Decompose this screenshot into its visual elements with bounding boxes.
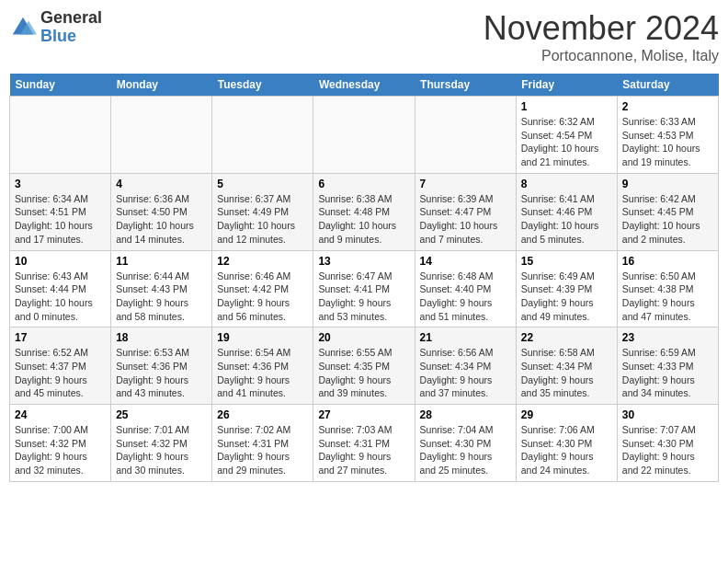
- calendar-cell: 25Sunrise: 7:01 AMSunset: 4:32 PMDayligh…: [111, 405, 212, 482]
- day-header-friday: Friday: [516, 74, 617, 97]
- day-number: 24: [15, 408, 106, 421]
- day-number: 3: [15, 178, 106, 190]
- calendar-cell: 7Sunrise: 6:39 AMSunset: 4:47 PMDaylight…: [415, 173, 516, 250]
- calendar-cell: 18Sunrise: 6:53 AMSunset: 4:36 PMDayligh…: [111, 327, 212, 405]
- day-number: 16: [622, 255, 713, 268]
- logo-text: General Blue: [40, 9, 102, 46]
- calendar-cell: 11Sunrise: 6:44 AMSunset: 4:43 PMDayligh…: [111, 250, 212, 327]
- calendar-cell: 10Sunrise: 6:43 AMSunset: 4:44 PMDayligh…: [10, 250, 111, 327]
- day-header-sunday: Sunday: [10, 74, 111, 97]
- calendar-body: 1Sunrise: 6:32 AMSunset: 4:54 PMDaylight…: [10, 97, 719, 482]
- day-info: Sunrise: 6:38 AMSunset: 4:48 PMDaylight:…: [318, 192, 409, 247]
- calendar-cell: 8Sunrise: 6:41 AMSunset: 4:46 PMDaylight…: [516, 173, 617, 250]
- day-info: Sunrise: 6:33 AMSunset: 4:53 PMDaylight:…: [622, 115, 713, 169]
- day-info: Sunrise: 7:02 AMSunset: 4:31 PMDaylight:…: [217, 423, 308, 477]
- day-number: 26: [217, 408, 308, 421]
- day-info: Sunrise: 6:47 AMSunset: 4:41 PMDaylight:…: [318, 270, 409, 324]
- calendar-cell: [415, 97, 516, 174]
- day-number: 8: [521, 178, 612, 190]
- calendar-cell: 17Sunrise: 6:52 AMSunset: 4:37 PMDayligh…: [10, 327, 111, 405]
- day-info: Sunrise: 6:49 AMSunset: 4:39 PMDaylight:…: [521, 270, 612, 324]
- day-header-saturday: Saturday: [617, 74, 718, 97]
- day-number: 17: [15, 331, 106, 344]
- calendar-cell: 29Sunrise: 7:06 AMSunset: 4:30 PMDayligh…: [516, 405, 617, 482]
- calendar-cell: 24Sunrise: 7:00 AMSunset: 4:32 PMDayligh…: [10, 405, 111, 482]
- calendar-cell: 19Sunrise: 6:54 AMSunset: 4:36 PMDayligh…: [212, 327, 313, 405]
- day-number: 1: [521, 100, 612, 113]
- day-info: Sunrise: 6:46 AMSunset: 4:42 PMDaylight:…: [217, 270, 308, 324]
- logo-general: General: [40, 8, 102, 27]
- calendar-week-5: 24Sunrise: 7:00 AMSunset: 4:32 PMDayligh…: [10, 405, 719, 482]
- calendar-header-row: SundayMondayTuesdayWednesdayThursdayFrid…: [10, 74, 719, 97]
- calendar-cell: 2Sunrise: 6:33 AMSunset: 4:53 PMDaylight…: [617, 97, 718, 174]
- calendar-cell: 14Sunrise: 6:48 AMSunset: 4:40 PMDayligh…: [415, 250, 516, 327]
- calendar-cell: 28Sunrise: 7:04 AMSunset: 4:30 PMDayligh…: [415, 405, 516, 482]
- day-info: Sunrise: 6:54 AMSunset: 4:36 PMDaylight:…: [217, 346, 308, 400]
- month-title: November 2024: [483, 9, 719, 48]
- calendar-cell: 1Sunrise: 6:32 AMSunset: 4:54 PMDaylight…: [516, 97, 617, 174]
- title-area: November 2024 Portocannone, Molise, Ital…: [483, 9, 719, 64]
- day-number: 15: [521, 255, 612, 268]
- day-header-thursday: Thursday: [415, 74, 516, 97]
- calendar-cell: 6Sunrise: 6:38 AMSunset: 4:48 PMDaylight…: [313, 173, 415, 250]
- calendar-cell: 5Sunrise: 6:37 AMSunset: 4:49 PMDaylight…: [212, 173, 313, 250]
- calendar-table: SundayMondayTuesdayWednesdayThursdayFrid…: [9, 74, 719, 482]
- calendar-week-4: 17Sunrise: 6:52 AMSunset: 4:37 PMDayligh…: [10, 327, 719, 405]
- calendar-cell: 21Sunrise: 6:56 AMSunset: 4:34 PMDayligh…: [415, 327, 516, 405]
- day-info: Sunrise: 6:44 AMSunset: 4:43 PMDaylight:…: [116, 270, 207, 324]
- calendar-cell: 13Sunrise: 6:47 AMSunset: 4:41 PMDayligh…: [313, 250, 415, 327]
- calendar-cell: [111, 97, 212, 174]
- day-info: Sunrise: 6:52 AMSunset: 4:37 PMDaylight:…: [15, 346, 106, 400]
- calendar-cell: 15Sunrise: 6:49 AMSunset: 4:39 PMDayligh…: [516, 250, 617, 327]
- calendar-cell: 12Sunrise: 6:46 AMSunset: 4:42 PMDayligh…: [212, 250, 313, 327]
- logo: General Blue: [9, 9, 102, 46]
- day-number: 11: [116, 255, 207, 268]
- day-number: 23: [622, 331, 713, 344]
- day-number: 14: [420, 255, 511, 268]
- day-info: Sunrise: 6:39 AMSunset: 4:47 PMDaylight:…: [420, 192, 511, 247]
- calendar-cell: 4Sunrise: 6:36 AMSunset: 4:50 PMDaylight…: [111, 173, 212, 250]
- day-number: 21: [420, 331, 511, 344]
- day-info: Sunrise: 7:01 AMSunset: 4:32 PMDaylight:…: [116, 423, 207, 477]
- day-number: 4: [116, 178, 207, 190]
- day-number: 18: [116, 331, 207, 344]
- day-info: Sunrise: 6:59 AMSunset: 4:33 PMDaylight:…: [622, 346, 713, 400]
- calendar-cell: 30Sunrise: 7:07 AMSunset: 4:30 PMDayligh…: [617, 405, 718, 482]
- day-info: Sunrise: 6:58 AMSunset: 4:34 PMDaylight:…: [521, 346, 612, 400]
- day-number: 29: [521, 408, 612, 421]
- day-number: 7: [420, 178, 511, 190]
- day-number: 19: [217, 331, 308, 344]
- day-number: 30: [622, 408, 713, 421]
- location: Portocannone, Molise, Italy: [483, 48, 719, 64]
- day-header-monday: Monday: [111, 74, 212, 97]
- day-info: Sunrise: 6:56 AMSunset: 4:34 PMDaylight:…: [420, 346, 511, 400]
- logo-blue: Blue: [40, 27, 76, 45]
- calendar-week-1: 1Sunrise: 6:32 AMSunset: 4:54 PMDaylight…: [10, 97, 719, 174]
- day-number: 10: [15, 255, 106, 268]
- calendar-cell: [313, 97, 415, 174]
- day-number: 25: [116, 408, 207, 421]
- day-number: 6: [318, 178, 409, 190]
- day-number: 27: [318, 408, 409, 421]
- logo-icon: [9, 14, 37, 41]
- calendar-week-3: 10Sunrise: 6:43 AMSunset: 4:44 PMDayligh…: [10, 250, 719, 327]
- day-info: Sunrise: 6:50 AMSunset: 4:38 PMDaylight:…: [622, 270, 713, 324]
- day-info: Sunrise: 7:06 AMSunset: 4:30 PMDaylight:…: [521, 423, 612, 477]
- calendar-cell: 23Sunrise: 6:59 AMSunset: 4:33 PMDayligh…: [617, 327, 718, 405]
- calendar-cell: 3Sunrise: 6:34 AMSunset: 4:51 PMDaylight…: [10, 173, 111, 250]
- day-info: Sunrise: 7:03 AMSunset: 4:31 PMDaylight:…: [318, 423, 409, 477]
- day-info: Sunrise: 6:42 AMSunset: 4:45 PMDaylight:…: [622, 192, 713, 247]
- day-info: Sunrise: 6:41 AMSunset: 4:46 PMDaylight:…: [521, 192, 612, 247]
- calendar-cell: [10, 97, 111, 174]
- day-info: Sunrise: 6:34 AMSunset: 4:51 PMDaylight:…: [15, 192, 106, 247]
- day-info: Sunrise: 6:36 AMSunset: 4:50 PMDaylight:…: [116, 192, 207, 247]
- calendar-cell: 9Sunrise: 6:42 AMSunset: 4:45 PMDaylight…: [617, 173, 718, 250]
- day-info: Sunrise: 7:00 AMSunset: 4:32 PMDaylight:…: [15, 423, 106, 477]
- day-number: 9: [622, 178, 713, 190]
- day-number: 2: [622, 100, 713, 113]
- day-header-tuesday: Tuesday: [212, 74, 313, 97]
- day-info: Sunrise: 6:37 AMSunset: 4:49 PMDaylight:…: [217, 192, 308, 247]
- day-number: 5: [217, 178, 308, 190]
- day-number: 22: [521, 331, 612, 344]
- day-info: Sunrise: 6:53 AMSunset: 4:36 PMDaylight:…: [116, 346, 207, 400]
